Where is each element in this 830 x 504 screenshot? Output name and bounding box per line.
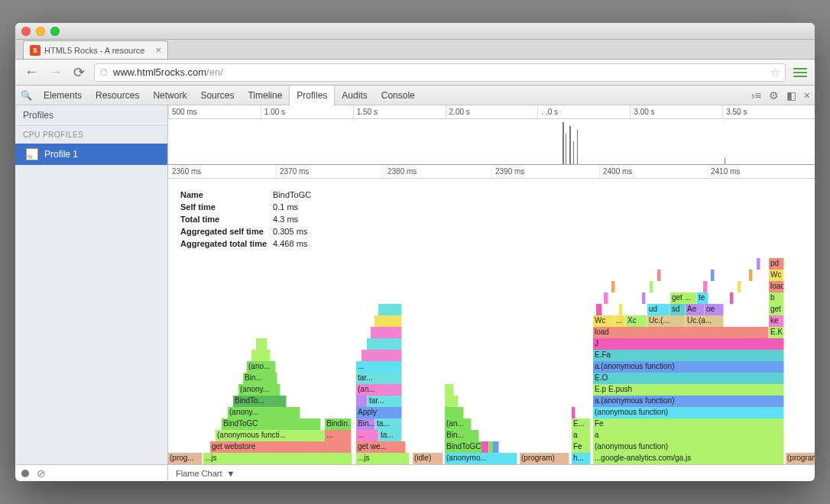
flame-frame[interactable]: Bin... [243, 373, 277, 384]
devtools-tab-audits[interactable]: Audits [335, 86, 374, 105]
flame-frame[interactable] [445, 396, 459, 407]
flame-frame[interactable] [378, 304, 402, 315]
flame-frame[interactable] [256, 338, 267, 350]
browser-tab[interactable]: 5 HTML5 Rocks - A resource × [23, 40, 168, 59]
flame-frame[interactable]: (program) [786, 453, 815, 464]
flame-frame[interactable] [445, 384, 454, 396]
flame-frame[interactable] [572, 407, 575, 418]
zoom-window-button[interactable] [50, 27, 60, 36]
forward-button[interactable]: → [47, 64, 64, 80]
flame-frame[interactable]: ... [356, 361, 402, 373]
devtools-tab-console[interactable]: Console [374, 86, 422, 105]
devtools-close-icon[interactable]: × [804, 89, 810, 102]
flame-frame[interactable] [619, 304, 623, 315]
flame-frame[interactable] [657, 270, 661, 281]
dock-icon[interactable]: ◧ [786, 89, 796, 102]
flame-frame[interactable]: Uc.(a... [686, 315, 724, 327]
flame-frame[interactable]: get ... [670, 292, 697, 304]
close-window-button[interactable] [21, 27, 31, 36]
flame-frame[interactable]: Xc [626, 315, 647, 327]
flame-frame[interactable] [703, 281, 708, 292]
flame-frame[interactable]: get [769, 304, 784, 315]
flame-frame[interactable]: ta... [379, 430, 402, 441]
flame-frame[interactable]: E.push [607, 384, 784, 396]
address-bar[interactable]: 🗋 www.html5rocks.com/en/ ☆ [94, 63, 786, 82]
bookmark-star-icon[interactable]: ☆ [770, 66, 780, 79]
flame-frame[interactable]: (prog... [168, 453, 203, 464]
flame-frame[interactable]: load [769, 281, 784, 292]
flame-frame[interactable] [650, 281, 653, 292]
flame-frame[interactable]: Wc [769, 270, 784, 281]
settings-gear-icon[interactable]: ⚙ [769, 89, 779, 102]
flame-frame[interactable]: ta... [375, 418, 402, 430]
flame-frame[interactable] [356, 396, 368, 407]
flame-frame[interactable]: Apply [356, 407, 402, 418]
flame-frame[interactable]: ...js [356, 453, 410, 464]
profile-item[interactable]: Profile 1 [15, 144, 167, 165]
flame-frame[interactable]: (an... [445, 418, 472, 430]
flame-frame[interactable]: te [697, 292, 708, 304]
flame-frame[interactable] [374, 315, 402, 327]
flame-frame[interactable]: (anony... [238, 384, 280, 396]
tab-close-icon[interactable]: × [155, 44, 161, 56]
minimize-window-button[interactable] [36, 27, 45, 36]
flame-frame[interactable] [611, 281, 615, 292]
devtools-tab-network[interactable]: Network [146, 86, 193, 105]
reload-button[interactable]: ⟳ [72, 64, 86, 81]
flame-frame[interactable]: Uc.(... [647, 315, 686, 327]
flame-frame[interactable]: Wc [593, 315, 614, 327]
flame-frame[interactable]: Bin... [445, 430, 479, 441]
flame-frame[interactable] [711, 270, 715, 281]
clear-button[interactable]: ⊘ [37, 467, 46, 480]
flame-frame[interactable] [596, 304, 602, 315]
flame-frame[interactable]: get webstore [210, 441, 352, 453]
flame-frame[interactable] [481, 441, 489, 453]
flame-frame[interactable]: a [572, 430, 591, 441]
devtools-tab-timeline[interactable]: Timeline [241, 86, 289, 105]
flame-frame[interactable] [757, 258, 760, 270]
flame-frame[interactable]: Fe [572, 441, 591, 453]
overview-ruler[interactable]: 500 ms1.00 s1.50 s2.00 s. .0 s3.00 s3.50… [168, 105, 815, 119]
flame-frame[interactable]: a.(anonymous function) [593, 361, 784, 373]
console-toggle-icon[interactable]: ›≡ [751, 89, 761, 102]
flame-frame[interactable] [604, 292, 608, 304]
flame-frame[interactable]: a.(anonymous function) [593, 396, 784, 407]
flame-frame[interactable]: ... [614, 315, 626, 327]
overview-strip[interactable] [168, 119, 815, 165]
devtools-tab-profiles[interactable]: Profiles [289, 86, 335, 105]
flame-frame[interactable] [738, 281, 741, 292]
flame-frame[interactable]: ...google-analytics.com/ga.js [593, 453, 784, 464]
flame-frame[interactable]: (ano... [247, 361, 276, 373]
flame-frame[interactable] [362, 350, 402, 361]
flame-chart[interactable]: NameBindToGCSelf time0.1 msTotal time4.3… [168, 179, 815, 464]
flame-frame[interactable] [493, 441, 499, 453]
record-button[interactable] [21, 470, 29, 477]
devtools-tab-elements[interactable]: Elements [37, 86, 89, 105]
flame-frame[interactable]: Fe [593, 418, 784, 430]
detail-ruler[interactable]: 2360 ms2370 ms2380 ms2390 ms2400 ms2410 … [168, 165, 815, 179]
flame-frame[interactable] [642, 292, 646, 304]
flame-frame[interactable]: load [593, 327, 769, 338]
flame-frame[interactable]: E.O [593, 373, 784, 384]
flame-frame[interactable]: (anonymous function) [593, 441, 784, 453]
flame-frame[interactable]: sd [670, 304, 686, 315]
flame-frame[interactable]: h... [572, 453, 591, 464]
flame-frame[interactable]: b [769, 292, 784, 304]
flame-frame[interactable]: (anonymous function) [593, 407, 784, 418]
flame-frame[interactable] [730, 292, 734, 304]
flame-frame[interactable]: Bin... [356, 418, 375, 430]
flame-frame[interactable] [749, 270, 753, 281]
flame-frame[interactable]: ... [325, 430, 352, 441]
flame-frame[interactable]: E.K [769, 327, 784, 338]
flame-frame[interactable]: ... [356, 430, 379, 441]
flame-frame[interactable]: BindTo... [233, 396, 287, 407]
flame-frame[interactable]: BindToGC [222, 418, 321, 430]
flame-frame[interactable]: tar... [356, 373, 402, 384]
flame-frame[interactable]: (anony... [228, 407, 300, 418]
flame-frame[interactable]: ud [647, 304, 670, 315]
flame-frame[interactable] [367, 338, 402, 350]
flame-frame[interactable]: (anonymo... [445, 453, 517, 464]
back-button[interactable]: ← [23, 64, 40, 80]
chrome-menu-icon[interactable] [793, 66, 807, 79]
flame-frame[interactable] [445, 407, 464, 418]
